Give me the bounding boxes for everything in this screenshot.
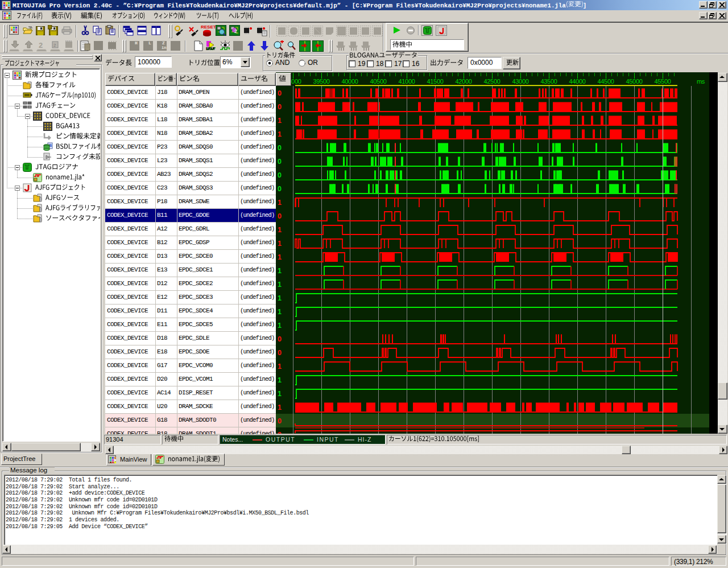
svg-text:0: 0 [278, 89, 282, 97]
svg-text:43000: 43000 [512, 78, 528, 85]
svg-text:42000: 42000 [455, 78, 471, 85]
svg-text:1: 1 [278, 376, 282, 384]
svg-text:39500: 39500 [313, 78, 329, 85]
svg-text:1: 1 [278, 281, 282, 289]
svg-text:1: 1 [278, 240, 282, 248]
svg-text:40500: 40500 [370, 78, 386, 85]
svg-text:1: 1 [278, 294, 282, 302]
svg-text:1: 1 [278, 322, 282, 330]
svg-text:0: 0 [278, 349, 282, 357]
svg-text:44000: 44000 [569, 78, 585, 85]
svg-text:0: 0 [278, 335, 282, 343]
svg-text:0: 0 [278, 158, 282, 166]
svg-text:0: 0 [278, 417, 282, 425]
svg-text:1: 1 [278, 308, 282, 316]
svg-text:42500: 42500 [483, 78, 500, 85]
svg-text:1: 1 [278, 363, 282, 371]
svg-text:1: 1 [278, 390, 282, 398]
svg-text:1: 1 [278, 404, 282, 411]
svg-text:0: 0 [278, 431, 282, 434]
svg-text:2: 2 [234, 28, 237, 34]
svg-text:41000: 41000 [398, 78, 415, 85]
svg-text:44500: 44500 [597, 78, 614, 85]
svg-text:0: 0 [278, 144, 282, 152]
svg-text:1: 1 [278, 226, 282, 234]
svg-text:1: 1 [278, 117, 282, 125]
svg-text:0: 0 [278, 185, 282, 193]
svg-text:41500: 41500 [427, 78, 443, 85]
svg-text:43500: 43500 [540, 78, 557, 85]
svg-text:40000: 40000 [341, 78, 358, 85]
svg-text:0: 0 [278, 212, 282, 220]
svg-text:1: 1 [278, 253, 282, 261]
svg-text:45500: 45500 [654, 78, 671, 85]
svg-text:45000: 45000 [626, 78, 642, 85]
svg-text:0: 0 [278, 103, 282, 111]
svg-text:1: 1 [278, 199, 282, 207]
svg-text:1: 1 [278, 267, 282, 275]
svg-text:ms: ms [697, 78, 705, 85]
svg-text:1: 1 [278, 130, 282, 138]
svg-text:0: 0 [278, 171, 282, 179]
